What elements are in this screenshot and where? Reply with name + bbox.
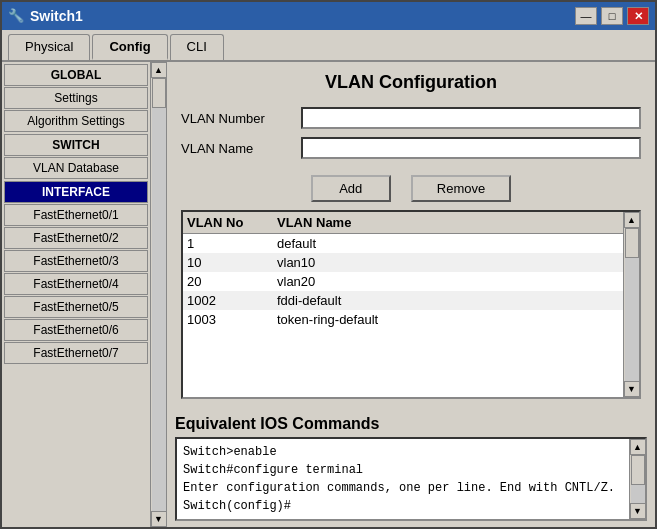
tab-config[interactable]: Config bbox=[92, 34, 167, 60]
sidebar-switch-header: SWITCH bbox=[4, 134, 148, 156]
table-scroll-down[interactable]: ▼ bbox=[624, 381, 640, 397]
add-button[interactable]: Add bbox=[311, 175, 391, 202]
console-scroll-track bbox=[631, 455, 645, 503]
col-no-header: VLAN No bbox=[187, 215, 277, 230]
sidebar-item-fe02[interactable]: FastEthernet0/2 bbox=[4, 227, 148, 249]
vlan-no-4: 1002 bbox=[187, 293, 277, 308]
console-line-1: Switch>enable bbox=[183, 443, 623, 461]
sidebar-scroll-down[interactable]: ▼ bbox=[151, 511, 167, 527]
sidebar-item-vlan-database[interactable]: VLAN Database bbox=[4, 157, 148, 179]
sidebar-item-fe03[interactable]: FastEthernet0/3 bbox=[4, 250, 148, 272]
console-output: Switch>enable Switch#configure terminal … bbox=[177, 439, 629, 519]
sidebar-item-settings[interactable]: Settings bbox=[4, 87, 148, 109]
vlan-no-5: 1003 bbox=[187, 312, 277, 327]
sidebar-item-fe01[interactable]: FastEthernet0/1 bbox=[4, 204, 148, 226]
sidebar-item-fe07[interactable]: FastEthernet0/7 bbox=[4, 342, 148, 364]
panel-title: VLAN Configuration bbox=[181, 72, 641, 93]
main-window: 🔧 Switch1 — □ ✕ Physical Config CLI GLOB… bbox=[0, 0, 657, 529]
console-line-4: Switch(config)# bbox=[183, 497, 623, 515]
sidebar-item-algorithm-settings[interactable]: Algorithm Settings bbox=[4, 110, 148, 132]
console-wrapper: Switch>enable Switch#configure terminal … bbox=[175, 437, 647, 521]
vlan-no-1: 1 bbox=[187, 236, 277, 251]
table-row: 20 vlan20 bbox=[183, 272, 623, 291]
console-scroll-up[interactable]: ▲ bbox=[630, 439, 646, 455]
vlan-table-inner: VLAN No VLAN Name 1 default 10 vlan10 bbox=[183, 212, 623, 397]
content-area: GLOBAL Settings Algorithm Settings SWITC… bbox=[2, 60, 655, 527]
vlan-name-1: default bbox=[277, 236, 619, 251]
titlebar: 🔧 Switch1 — □ ✕ bbox=[2, 2, 655, 30]
table-row: 1 default bbox=[183, 234, 623, 253]
vlan-table: VLAN No VLAN Name 1 default 10 vlan10 bbox=[181, 210, 641, 399]
sidebar-scrollbar[interactable]: ▲ ▼ bbox=[150, 62, 166, 527]
sidebar-item-fe05[interactable]: FastEthernet0/5 bbox=[4, 296, 148, 318]
table-scroll-track bbox=[625, 228, 639, 381]
vlan-number-label: VLAN Number bbox=[181, 111, 301, 126]
tabs-row: Physical Config CLI bbox=[2, 30, 655, 60]
vlan-name-label: VLAN Name bbox=[181, 141, 301, 156]
tab-cli[interactable]: CLI bbox=[170, 34, 224, 60]
vlan-no-2: 10 bbox=[187, 255, 277, 270]
sidebar-scroll-up[interactable]: ▲ bbox=[151, 62, 167, 78]
vlan-number-input[interactable] bbox=[301, 107, 641, 129]
vlan-name-5: token-ring-default bbox=[277, 312, 619, 327]
close-button[interactable]: ✕ bbox=[627, 7, 649, 25]
table-scrollbar[interactable]: ▲ ▼ bbox=[623, 212, 639, 397]
right-panel: VLAN Configuration VLAN Number VLAN Name… bbox=[167, 62, 655, 527]
vlan-name-input[interactable] bbox=[301, 137, 641, 159]
maximize-button[interactable]: □ bbox=[601, 7, 623, 25]
console-scroll-down[interactable]: ▼ bbox=[630, 503, 646, 519]
table-scroll-up[interactable]: ▲ bbox=[624, 212, 640, 228]
sidebar-scroll-thumb[interactable] bbox=[152, 78, 166, 108]
console-scrollbar[interactable]: ▲ ▼ bbox=[629, 439, 645, 519]
table-scroll-thumb[interactable] bbox=[625, 228, 639, 258]
vlan-table-header: VLAN No VLAN Name bbox=[183, 212, 623, 234]
vlan-table-body[interactable]: 1 default 10 vlan10 20 vlan20 bbox=[183, 234, 623, 397]
titlebar-controls: — □ ✕ bbox=[575, 7, 649, 25]
console-line-3: Enter configuration commands, one per li… bbox=[183, 479, 623, 497]
console-scroll-thumb[interactable] bbox=[631, 455, 645, 485]
vlan-name-4: fddi-default bbox=[277, 293, 619, 308]
sidebar-scroll-track bbox=[152, 78, 166, 511]
sidebar-interface-header: INTERFACE bbox=[4, 181, 148, 203]
tab-physical[interactable]: Physical bbox=[8, 34, 90, 60]
vlan-name-2: vlan10 bbox=[277, 255, 619, 270]
minimize-button[interactable]: — bbox=[575, 7, 597, 25]
vlan-name-row: VLAN Name bbox=[181, 137, 641, 159]
ios-title: Equivalent IOS Commands bbox=[175, 415, 647, 433]
window-title: Switch1 bbox=[30, 8, 83, 24]
sidebar-item-fe04[interactable]: FastEthernet0/4 bbox=[4, 273, 148, 295]
bottom-section: Equivalent IOS Commands Switch>enable Sw… bbox=[167, 409, 655, 527]
titlebar-left: 🔧 Switch1 bbox=[8, 8, 83, 24]
table-row: 1002 fddi-default bbox=[183, 291, 623, 310]
sidebar-global-header: GLOBAL bbox=[4, 64, 148, 86]
table-row: 1003 token-ring-default bbox=[183, 310, 623, 329]
sidebar-item-fe06[interactable]: FastEthernet0/6 bbox=[4, 319, 148, 341]
main-panel: VLAN Configuration VLAN Number VLAN Name… bbox=[167, 62, 655, 409]
vlan-number-row: VLAN Number bbox=[181, 107, 641, 129]
action-buttons: Add Remove bbox=[181, 175, 641, 202]
vlan-no-3: 20 bbox=[187, 274, 277, 289]
table-row: 10 vlan10 bbox=[183, 253, 623, 272]
console-line-2: Switch#configure terminal bbox=[183, 461, 623, 479]
sidebar: GLOBAL Settings Algorithm Settings SWITC… bbox=[2, 62, 167, 527]
col-name-header: VLAN Name bbox=[277, 215, 619, 230]
app-icon: 🔧 bbox=[8, 8, 24, 24]
remove-button[interactable]: Remove bbox=[411, 175, 511, 202]
vlan-name-3: vlan20 bbox=[277, 274, 619, 289]
